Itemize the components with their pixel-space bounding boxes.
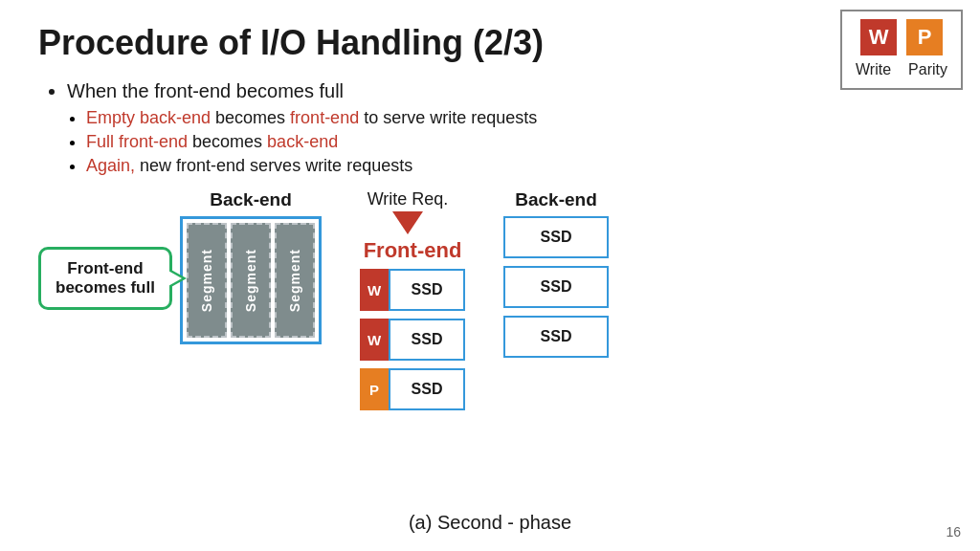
- ssd-badge-w-1: W: [360, 319, 389, 361]
- parity-label: Parity: [908, 61, 947, 78]
- frontend-label: Front-end: [364, 238, 462, 263]
- speech-bubble: Front-end becomes full: [38, 247, 172, 310]
- ssd-box-1: SSD: [389, 319, 465, 361]
- sub3-red: Again,: [86, 156, 135, 175]
- write-req-col: Write Req.: [368, 189, 449, 238]
- ssd-row-1: W SSD: [360, 319, 465, 361]
- ssd-plain-box-0: SSD: [503, 216, 609, 258]
- legend-box: W P Write Parity: [840, 10, 963, 90]
- bullet-sub1: Empty back-end becomes front-end to serv…: [86, 108, 942, 128]
- sub2-red1: Full front-end: [86, 132, 188, 151]
- bullet-list: When the front-end becomes full Empty ba…: [48, 80, 942, 176]
- ssd-badge-w-0: W: [360, 269, 389, 311]
- ssd-plain-box-1: SSD: [503, 266, 609, 308]
- segment-1: Segment: [187, 223, 227, 338]
- ssd-box-2: SSD: [389, 368, 465, 410]
- segments-container: Segment Segment Segment: [180, 216, 322, 344]
- ssd-box-0: SSD: [389, 269, 465, 311]
- sub2-red2: back-end: [267, 132, 338, 151]
- speech-line2: becomes full: [56, 278, 155, 297]
- ssd-row-0: W SSD: [360, 269, 465, 311]
- segment-2-text: Segment: [243, 249, 258, 312]
- write-icon: W: [860, 19, 897, 55]
- ssd-plain-row-1: SSD: [503, 266, 609, 308]
- slide-title: Procedure of I/O Handling (2/3): [38, 23, 942, 63]
- backend-left-label: Back-end: [210, 189, 292, 210]
- bullet-sub3: Again, new front-end serves write reques…: [86, 156, 942, 176]
- sub1-red3: front-end: [290, 108, 359, 127]
- backend-right: Back-end SSD SSD SSD: [503, 189, 609, 365]
- sub1-black: to serve write requests: [359, 108, 537, 127]
- segment-3: Segment: [275, 223, 315, 338]
- ssd-row-2: P SSD: [360, 368, 465, 410]
- ssd-plain-row-2: SSD: [503, 316, 609, 358]
- segment-1-text: Segment: [199, 249, 214, 312]
- diagram-area: Front-end becomes full Back-end Segment …: [38, 189, 942, 418]
- write-label: Write: [856, 61, 891, 78]
- page-number: 16: [946, 524, 961, 540]
- ssd-plain-row-0: SSD: [503, 216, 609, 258]
- write-req-label: Write Req.: [368, 189, 449, 209]
- bullet-main: When the front-end becomes full: [67, 80, 942, 102]
- legend-labels: Write Parity: [856, 61, 947, 78]
- caption: (a) Second - phase: [409, 512, 571, 534]
- parity-icon: P: [906, 19, 943, 55]
- sub1-red1: Empty back-end: [86, 108, 211, 127]
- ssd-badge-p-2: P: [360, 368, 389, 410]
- sub3-black: new front-end serves write requests: [135, 156, 412, 175]
- backend-right-label: Back-end: [515, 189, 597, 210]
- backend-left: Back-end Segment Segment Segment: [180, 189, 322, 344]
- segment-3-text: Segment: [287, 249, 302, 312]
- ssd-plain-box-2: SSD: [503, 316, 609, 358]
- legend-icons: W P: [860, 19, 943, 55]
- slide: Procedure of I/O Handling (2/3) W P Writ…: [0, 0, 980, 551]
- sub2-black: becomes: [188, 132, 267, 151]
- frontend-area: Write Req. Front-end W SSD W SSD P SSD: [360, 189, 465, 418]
- segment-2: Segment: [231, 223, 271, 338]
- write-req-arrow: [392, 211, 423, 234]
- sub1-red2: becomes: [211, 108, 290, 127]
- bullet-sub2: Full front-end becomes back-end: [86, 132, 942, 152]
- speech-line1: Front-end: [67, 259, 143, 277]
